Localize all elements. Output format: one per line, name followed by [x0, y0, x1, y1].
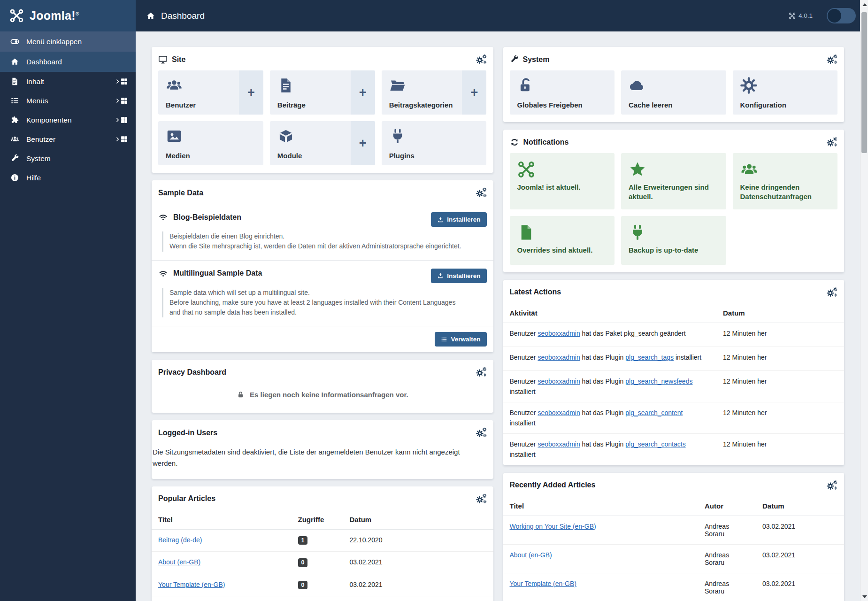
action-text: Benutzer seoboxxadmin hat das Plugin plg…	[510, 409, 715, 427]
sample-item-description: Sample data which will set up a multilin…	[162, 288, 462, 318]
panel-settings-button[interactable]	[827, 287, 837, 298]
extension-link[interactable]: plg_search_newsfeeds	[625, 378, 692, 385]
topbar: Dashboard 4.0.1	[136, 0, 868, 31]
cogs-icon	[827, 137, 837, 147]
sample-item-title: Multilingual Sample Data	[158, 269, 262, 278]
user-link[interactable]: seoboxxadmin	[538, 378, 580, 385]
sidebar-item[interactable]: Dashboard	[0, 52, 136, 72]
cogs-icon	[827, 287, 837, 298]
article-date: 03.02.2021	[754, 523, 837, 530]
sample-item-description: Beispieldaten die einen Blog einrichten.…	[162, 231, 462, 252]
manage-button[interactable]: Verwalten	[435, 332, 486, 347]
scroll-down-arrow-icon[interactable]	[860, 593, 868, 601]
wrench-icon	[10, 154, 19, 163]
user-link[interactable]: seoboxxadmin	[538, 440, 580, 448]
monitor-icon	[158, 55, 168, 64]
panel-settings-button[interactable]	[827, 480, 837, 491]
sidebar-item[interactable]: Menü einklappen	[0, 31, 136, 52]
joomla-logo[interactable]: Joomla!®	[0, 0, 136, 31]
plug-icon	[629, 223, 646, 241]
grid-icon[interactable]	[120, 77, 128, 85]
table-row: About (en-GB) 0 03.02.2021	[152, 552, 493, 574]
panel-settings-button[interactable]	[827, 54, 837, 65]
quick-icon-card[interactable]: Module +	[270, 121, 375, 165]
article-link[interactable]: About (en-GB)	[158, 558, 200, 566]
system-panel: System Globales Freigeben Cache leeren	[503, 47, 845, 122]
quick-icon-card[interactable]: Cache leeren	[621, 70, 726, 115]
quick-icon-card[interactable]: Beiträge +	[270, 70, 375, 115]
notification-label: Backup is up-to-date	[629, 246, 719, 255]
panel-title: Site	[172, 55, 185, 64]
sidebar-item-label: Dashboard	[26, 58, 62, 66]
action-date: 12 Minuten her	[714, 409, 837, 416]
panel-settings-button[interactable]	[476, 427, 487, 438]
article-link[interactable]: Working on Your Site (en-GB)	[510, 523, 596, 530]
grid-icon[interactable]	[120, 135, 128, 143]
panel-title: Privacy Dashboard	[158, 368, 226, 377]
plus-icon[interactable]: +	[351, 121, 375, 165]
article-link[interactable]: Your Template (en-GB)	[158, 581, 225, 588]
sample-data-panel: Sample Data Blog-Beispieldaten	[152, 180, 493, 352]
sidebar-item[interactable]: Inhalt	[0, 72, 136, 91]
plus-icon[interactable]: +	[351, 70, 375, 115]
article-link[interactable]: Your Template (en-GB)	[510, 580, 576, 587]
install-button[interactable]: Installieren	[431, 212, 486, 227]
recently-added-articles-panel: Recently Added Articles Titel Autor Datu…	[503, 473, 845, 601]
quick-icon-card[interactable]: Globales Freigeben	[510, 70, 615, 115]
panel-settings-button[interactable]	[476, 367, 487, 378]
quick-icon-card[interactable]: Beitragskategorien +	[382, 70, 487, 115]
table-header-row: Aktivität Datum	[503, 303, 845, 323]
sidebar-item-label: Hilfe	[26, 174, 41, 182]
topbar-pill-button[interactable]	[827, 8, 856, 23]
sidebar-item[interactable]: Benutzer	[0, 130, 136, 149]
sidebar-item[interactable]: Komponenten	[0, 110, 136, 130]
quick-icon-card[interactable]: Medien	[158, 121, 263, 165]
panel-settings-button[interactable]	[476, 54, 487, 65]
sidebar-item[interactable]: System	[0, 149, 136, 168]
plug-icon	[389, 128, 406, 145]
article-link[interactable]: About (en-GB)	[510, 551, 552, 559]
sidebar-item[interactable]: Hilfe	[0, 168, 136, 187]
cogs-icon	[827, 54, 837, 65]
joomla-icon	[517, 161, 535, 178]
panel-settings-button[interactable]	[827, 137, 837, 147]
extension-link[interactable]: plg_search_contacts	[625, 440, 685, 448]
quick-icon-card[interactable]: Benutzer +	[158, 70, 263, 115]
panel-settings-button[interactable]	[476, 493, 487, 504]
scroll-up-arrow-icon[interactable]	[860, 0, 868, 8]
pill-icon-circle	[828, 9, 841, 23]
notification-card[interactable]: Joomla! ist aktuell.	[510, 153, 615, 209]
sidebar-item[interactable]: Menüs	[0, 91, 136, 110]
quick-icon-card[interactable]: Plugins	[382, 121, 487, 165]
cloud-icon	[629, 77, 645, 94]
action-text: Benutzer seoboxxadmin hat das Plugin plg…	[510, 354, 715, 364]
upload-icon	[437, 216, 444, 223]
install-button[interactable]: Installieren	[431, 269, 486, 283]
extension-link[interactable]: plg_search_content	[625, 409, 683, 416]
extension-link[interactable]: plg_search_tags	[625, 354, 674, 361]
notification-card[interactable]: Keine dringenden Datenschutzanfragen	[733, 153, 838, 209]
grid-icon[interactable]	[120, 97, 128, 105]
grid-icon[interactable]	[120, 116, 128, 124]
wifi-icon	[158, 269, 168, 278]
panel-settings-button[interactable]	[476, 187, 487, 198]
article-link[interactable]: Beitrag (de-de)	[158, 536, 202, 544]
user-link[interactable]: seoboxxadmin	[538, 354, 580, 361]
sidebar-item-label: Komponenten	[26, 116, 72, 124]
notification-card[interactable]: Alle Erweiterungen sind aktuell.	[621, 153, 726, 209]
joomla-icon	[9, 8, 24, 23]
sidebar-item-label: System	[26, 154, 51, 163]
left-column: Site Benutzer + Beiträge +	[152, 47, 493, 601]
table-row: Your Template (en-GB) Andreas Soraru 03.…	[503, 573, 845, 601]
notification-card[interactable]: Overrides sind aktuell.	[510, 216, 615, 265]
notification-card[interactable]: Backup is up-to-date	[621, 216, 726, 265]
vertical-scrollbar[interactable]	[860, 0, 868, 601]
plus-icon[interactable]: +	[462, 70, 486, 115]
home-icon	[10, 57, 19, 66]
hits-badge: 1	[298, 536, 308, 545]
scrollbar-thumb[interactable]	[861, 12, 867, 153]
user-link[interactable]: seoboxxadmin	[538, 330, 580, 337]
quick-icon-card[interactable]: Konfiguration	[733, 70, 838, 115]
user-link[interactable]: seoboxxadmin	[538, 409, 580, 416]
plus-icon[interactable]: +	[239, 70, 263, 115]
